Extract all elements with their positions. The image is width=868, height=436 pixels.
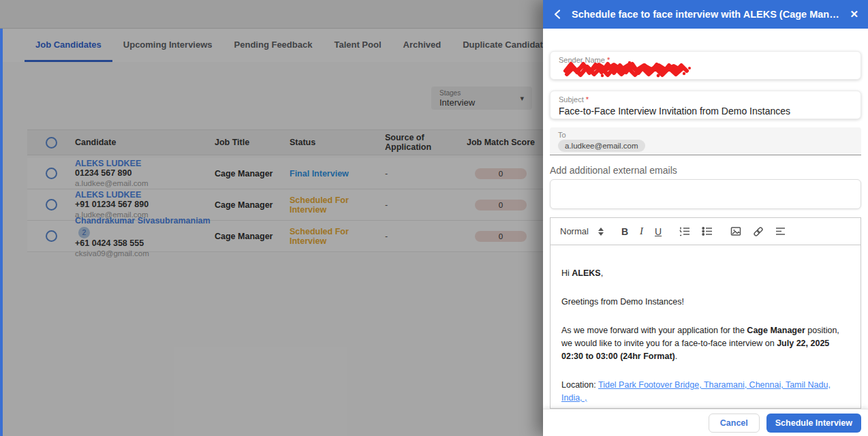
- email-invitation: As we move forward with your application…: [561, 324, 850, 363]
- image-icon[interactable]: [730, 226, 741, 236]
- panel-header: Schedule face to face interview with ALE…: [543, 0, 868, 29]
- email-greeting: Hi ALEKS,: [561, 267, 850, 280]
- italic-icon[interactable]: I: [640, 225, 643, 237]
- panel-title: Schedule face to face interview with ALE…: [572, 9, 843, 20]
- bold-icon[interactable]: B: [621, 226, 628, 237]
- subject-field[interactable]: Subject * Face-to-Face Interview Invitat…: [550, 91, 861, 119]
- email-body-editor[interactable]: Normal B I U: [550, 217, 861, 409]
- panel-footer: Cancel Schedule Interview: [543, 409, 868, 436]
- format-select[interactable]: Normal: [560, 226, 604, 236]
- sender-name-label: Sender Name *: [559, 56, 852, 64]
- additional-emails-label: Add additional external emails: [550, 165, 861, 176]
- sender-name-field[interactable]: Sender Name *: [550, 51, 861, 80]
- close-icon[interactable]: ✕: [850, 8, 858, 20]
- required-asterisk: *: [586, 95, 589, 104]
- bullet-list-icon[interactable]: [702, 226, 713, 236]
- modal-dim-overlay[interactable]: [0, 0, 543, 436]
- panel-body: Sender Name * Subject * Face-: [543, 29, 868, 409]
- to-field[interactable]: To a.ludkee@email.com: [550, 127, 861, 155]
- link-icon[interactable]: [753, 226, 764, 237]
- redacted-sender-name: [563, 60, 699, 78]
- schedule-interview-panel: Schedule face to face interview with ALE…: [543, 0, 868, 436]
- email-location-line: Location: Tidel Park Footover Bridge, Th…: [561, 379, 850, 405]
- format-select-value: Normal: [560, 226, 589, 236]
- email-intro: Greetings from Demo Instances!: [561, 296, 850, 309]
- cancel-button[interactable]: Cancel: [709, 414, 760, 433]
- additional-emails-input[interactable]: [550, 179, 861, 209]
- to-label: To: [558, 131, 853, 139]
- location-link[interactable]: Tidel Park Footover Bridge, Tharamani, C…: [561, 380, 831, 403]
- back-chevron-icon[interactable]: [553, 9, 563, 20]
- subject-value[interactable]: Face-to-Face Interview Invitation from D…: [559, 106, 852, 116]
- app-screen: Job Candidates Upcoming Interviews Pendi…: [0, 0, 868, 436]
- left-accent-strip: [0, 29, 3, 436]
- email-body-content[interactable]: Hi ALEKS, Greetings from Demo Instances!…: [551, 245, 861, 409]
- recipient-email-chip[interactable]: a.ludkee@email.com: [558, 140, 645, 152]
- editor-toolbar: Normal B I U: [551, 218, 861, 245]
- underline-icon[interactable]: U: [655, 226, 662, 237]
- schedule-interview-button[interactable]: Schedule Interview: [766, 414, 861, 433]
- format-select-arrows-icon: [598, 228, 604, 236]
- subject-label: Subject *: [559, 95, 852, 104]
- align-icon[interactable]: [775, 226, 786, 236]
- ordered-list-icon[interactable]: [679, 226, 690, 236]
